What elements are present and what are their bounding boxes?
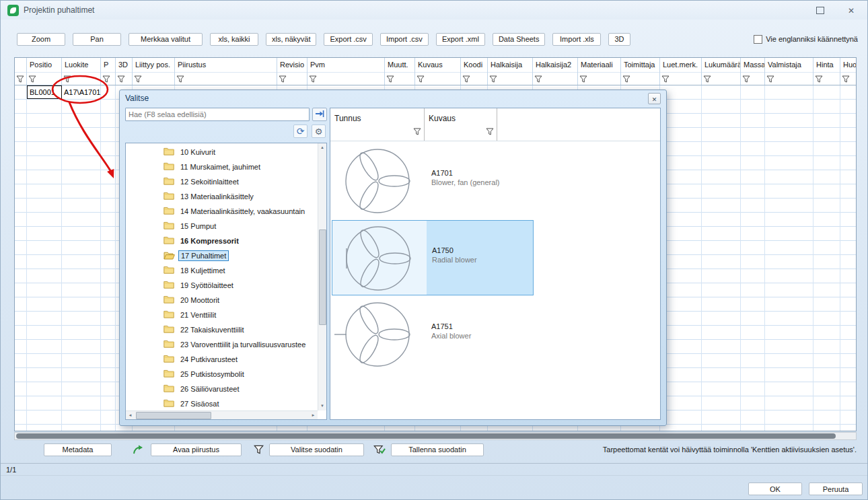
filter-funnel-icon[interactable] xyxy=(308,73,384,85)
export-english-checkbox[interactable]: Vie englanniksi käännettynä xyxy=(754,35,858,44)
save-filter-button[interactable]: Tallenna suodatin xyxy=(391,443,484,456)
scrollbar-thumb[interactable] xyxy=(16,433,836,439)
toolbar-button-xls-kaikki[interactable]: xls, kaikki xyxy=(210,33,258,46)
column-header-kuvaus[interactable]: Kuvaus xyxy=(425,108,497,141)
toolbar-button-export-xml[interactable]: Export .xml xyxy=(436,33,485,46)
select-filter-button[interactable]: Valitse suodatin xyxy=(269,443,364,456)
column-header-massa[interactable]: Massa xyxy=(741,58,765,85)
toolbar-button-export-csv[interactable]: Export .csv xyxy=(324,33,372,46)
filter-funnel-icon[interactable] xyxy=(101,73,115,85)
cancel-button[interactable]: Peruuta xyxy=(809,483,863,495)
column-header-pvm[interactable]: Pvm xyxy=(308,58,385,85)
table-horizontal-scrollbar[interactable] xyxy=(14,432,857,440)
column-header-p[interactable]: P xyxy=(101,58,116,85)
tree-item-19-sy-tt-laitteet[interactable]: 19 Syöttölaitteet xyxy=(164,278,318,293)
tree-item-15-pumput[interactable]: 15 Pumput xyxy=(164,219,318,234)
column-header-piirustus[interactable]: Piirustus xyxy=(175,58,277,85)
column-header-tunnus[interactable]: Tunnus xyxy=(330,108,425,141)
refresh-icon[interactable] xyxy=(293,124,308,138)
column-header-hinta[interactable]: Hinta xyxy=(813,58,840,85)
ok-button[interactable]: OK xyxy=(748,483,802,495)
toolbar-button-xls-n-kyv-t[interactable]: xls, näkyvät xyxy=(266,33,316,46)
filter-funnel-icon[interactable] xyxy=(277,73,307,85)
cell-positio[interactable]: BL0001 xyxy=(27,85,62,99)
filter-funnel-icon[interactable] xyxy=(415,73,460,85)
filter-funnel-icon[interactable] xyxy=(62,73,100,85)
column-header-3d[interactable]: 3D xyxy=(116,58,133,85)
tree-item-18-kuljettimet[interactable]: 18 Kuljettimet xyxy=(164,263,318,278)
tree-item-25-putkistosymbolit[interactable]: 25 Putkistosymbolit xyxy=(164,367,318,382)
filter-funnel-icon[interactable] xyxy=(702,73,740,85)
dialog-titlebar[interactable]: Valitse xyxy=(120,90,666,106)
toolbar-button-import-csv[interactable]: Import .csv xyxy=(380,33,429,46)
filter-funnel-icon[interactable] xyxy=(15,73,26,85)
toolbar-button-import-xls[interactable]: Import .xls xyxy=(552,33,601,46)
filter-funnel-icon-large[interactable] xyxy=(254,443,264,456)
filter-funnel-icon[interactable] xyxy=(621,73,659,85)
column-header-muutt[interactable]: Muutt. xyxy=(385,58,415,85)
filter-funnel-icon[interactable] xyxy=(175,73,277,85)
tree-item-21-venttiilit[interactable]: 21 Venttiilit xyxy=(164,308,318,322)
column-header-halkaisija[interactable]: Halkaisija xyxy=(488,58,533,85)
column-header-halkaisija2[interactable]: Halkaisija2 xyxy=(533,58,578,85)
tree-item-13-materiaalink-sittely[interactable]: 13 Materiaalinkäsittely xyxy=(164,189,318,204)
column-header-toimittaja[interactable]: Toimittaja xyxy=(621,58,660,85)
metadata-button[interactable]: Metadata xyxy=(44,443,112,456)
filter-funnel-icon[interactable] xyxy=(27,73,61,85)
symbol-item-a1751[interactable]: A1751Axial blower xyxy=(332,297,534,372)
column-header-materiaali[interactable]: Materiaali xyxy=(578,58,621,85)
tree-item-23-varoventtiilit-ja-turvallisuusvarustee[interactable]: 23 Varoventtiilit ja turvallisuusvaruste… xyxy=(164,337,318,352)
tree-item-26-s-ili-varusteet[interactable]: 26 Säiliövarusteet xyxy=(164,382,318,396)
tree-item-10-kuivurit[interactable]: 10 Kuivurit xyxy=(164,145,318,159)
scroll-right-icon[interactable] xyxy=(309,411,318,420)
tree-item-27-sis-osat[interactable]: 27 Sisäosat xyxy=(164,396,318,410)
tree-vertical-scrollbar[interactable] xyxy=(318,143,326,410)
toolbar-button-merkkaa-valitut[interactable]: Merkkaa valitut xyxy=(129,33,203,46)
tree-horizontal-scrollbar[interactable] xyxy=(126,410,318,419)
filter-funnel-icon[interactable] xyxy=(813,73,840,85)
column-header-lukum-r[interactable]: Lukumäärä xyxy=(702,58,741,85)
tree-item-14-materiaalink-sittely-vaakasuuntain[interactable]: 14 Materiaalinkäsittely, vaakasuuntain xyxy=(164,204,318,219)
filter-funnel-icon[interactable] xyxy=(533,73,577,85)
search-go-button[interactable] xyxy=(312,108,327,121)
column-header-revisio[interactable]: Revisio xyxy=(277,58,308,85)
open-drawing-button[interactable]: Avaa piirustus xyxy=(151,443,242,456)
column-header-luokite[interactable]: Luokite xyxy=(62,58,101,85)
tree-item-20-moottorit[interactable]: 20 Moottorit xyxy=(164,293,318,308)
column-header-liittyy-pos[interactable]: Liittyy pos. xyxy=(133,58,175,85)
scroll-up-icon[interactable] xyxy=(318,143,327,152)
filter-funnel-icon[interactable] xyxy=(133,73,174,85)
tree-item-11-murskaimet-jauhimet[interactable]: 11 Murskaimet, jauhimet xyxy=(164,159,318,174)
tree-item-17-puhaltimet[interactable]: 17 Puhaltimet xyxy=(164,248,318,263)
open-external-icon[interactable] xyxy=(132,443,144,456)
column-header-luet-merk[interactable]: Luet.merk. xyxy=(660,58,702,85)
filter-funnel-icon[interactable] xyxy=(486,126,494,138)
filter-check-icon[interactable] xyxy=(373,443,386,456)
symbol-item-a1701[interactable]: A1701Blower, fan (general) xyxy=(332,143,534,219)
toolbar-button-pan[interactable]: Pan xyxy=(73,33,121,46)
filter-funnel-icon[interactable] xyxy=(461,73,487,85)
filter-funnel-icon[interactable] xyxy=(840,73,856,85)
filter-funnel-icon[interactable] xyxy=(578,73,620,85)
column-header-valmistaja[interactable]: Valmistaja xyxy=(765,58,813,85)
tree-item-24-putkivarusteet[interactable]: 24 Putkivarusteet xyxy=(164,352,318,367)
dialog-close-button[interactable] xyxy=(648,93,661,104)
scroll-left-icon[interactable] xyxy=(126,411,135,420)
toolbar-button-data-sheets[interactable]: Data Sheets xyxy=(493,33,546,46)
filter-funnel-icon[interactable] xyxy=(660,73,701,85)
search-input[interactable] xyxy=(125,108,310,121)
filter-funnel-icon[interactable] xyxy=(413,126,421,138)
filter-funnel-icon[interactable] xyxy=(488,73,532,85)
tree-item-12-sekoitinlaitteet[interactable]: 12 Sekoitinlaitteet xyxy=(164,174,318,189)
toolbar-button-zoom[interactable]: Zoom xyxy=(17,33,65,46)
column-header-huom[interactable]: Huom xyxy=(840,58,856,85)
toolbar-button-3d[interactable]: 3D xyxy=(608,33,630,46)
close-button[interactable] xyxy=(846,5,857,15)
maximize-button[interactable] xyxy=(815,5,826,15)
scroll-down-icon[interactable] xyxy=(318,402,327,410)
tree-item-16-kompressorit[interactable]: 16 Kompressorit xyxy=(164,234,318,248)
symbol-item-a1750[interactable]: A1750Radial blower xyxy=(332,220,534,295)
filter-funnel-icon[interactable] xyxy=(385,73,414,85)
scrollbar-thumb[interactable] xyxy=(136,412,211,419)
scrollbar-thumb[interactable] xyxy=(319,229,326,325)
